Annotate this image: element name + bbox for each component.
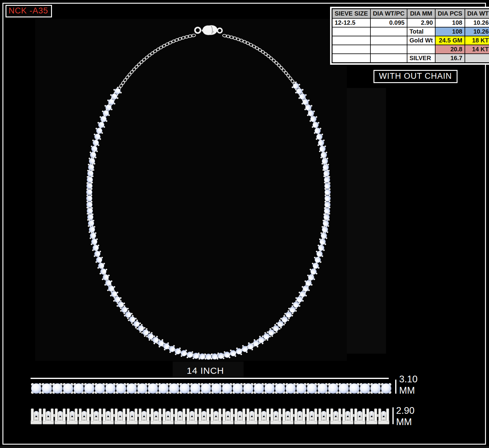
prong-post <box>67 409 70 421</box>
segment-connector <box>341 414 343 417</box>
prong-post <box>207 409 209 421</box>
strip-diamond-stone <box>285 383 296 394</box>
prong-post <box>51 409 53 421</box>
spec-cell <box>407 45 436 54</box>
model-number-label: NCK -A35 <box>9 6 48 15</box>
strip-side-segment <box>151 409 163 424</box>
prong-post <box>55 409 58 421</box>
basket-bottom <box>297 417 302 420</box>
basket-bottom <box>285 417 290 420</box>
diamond-stone <box>211 353 219 360</box>
prong-post <box>331 409 333 421</box>
strip-side-segment <box>175 409 187 424</box>
segment-connector <box>293 414 295 417</box>
segment-connector <box>353 414 355 417</box>
band-height-unit: MM <box>396 416 414 428</box>
strip-side-segment <box>234 409 247 424</box>
prong-post <box>147 409 149 421</box>
strip-side-segment <box>258 409 270 424</box>
strip-side-segment <box>378 409 389 424</box>
prong-post <box>127 409 130 421</box>
spec-row: 12-12.50.0952.9010810.26 <box>332 18 489 27</box>
spec-cell <box>370 36 407 45</box>
length-measure-line <box>31 378 389 379</box>
prong-post <box>278 409 281 421</box>
strip-diamond-stone <box>95 383 105 394</box>
spec-cell: 0.095 <box>370 18 407 27</box>
prong-post <box>175 409 178 421</box>
spec-cell <box>332 36 370 45</box>
strip-side-segment <box>115 409 127 424</box>
basket-bottom <box>154 417 158 420</box>
spec-cell: 24.5 GM <box>435 36 465 45</box>
strip-side-segment <box>138 409 151 424</box>
basket-bottom <box>118 417 122 420</box>
basket-bottom <box>345 417 350 420</box>
strip-side-segment <box>127 409 139 424</box>
prong-post <box>111 409 113 421</box>
length-label: 14 INCH <box>167 366 244 376</box>
segment-connector <box>53 414 55 417</box>
strip-side-segment <box>211 409 223 424</box>
spec-cell <box>465 54 489 63</box>
prong-post <box>283 409 285 421</box>
strip-diamond-stone <box>158 383 169 394</box>
segment-connector <box>125 414 127 417</box>
strip-diamond-stone <box>179 383 190 394</box>
basket-bottom <box>262 417 266 420</box>
segment-connector <box>257 414 259 417</box>
basket-bottom <box>106 417 110 420</box>
basket-bottom <box>130 417 134 420</box>
strip-side-segment <box>222 409 235 424</box>
strip-side-segment <box>318 409 330 424</box>
basket-bottom <box>310 417 314 420</box>
spec-table-body: 12-12.50.0952.9010810.26Total10810.26Gol… <box>332 18 489 63</box>
prong-post <box>115 409 118 421</box>
prong-post <box>139 409 142 421</box>
segment-connector <box>245 414 247 417</box>
spec-cell: 108 <box>435 27 465 36</box>
diamond-stone <box>322 219 329 227</box>
prong-post <box>374 409 377 421</box>
strip-side-segment <box>91 409 103 424</box>
band-height-label: 2.90 MM <box>396 405 414 428</box>
basket-bottom <box>333 417 338 420</box>
strip-side-segment <box>55 409 67 424</box>
spec-row: Total10810.26 <box>332 27 489 36</box>
segment-connector <box>305 414 307 417</box>
prong-post <box>43 409 46 421</box>
spec-cell <box>332 54 370 63</box>
strip-diamond-stone <box>243 383 253 394</box>
prong-post <box>171 409 173 421</box>
spec-cell: 12-12.5 <box>332 18 370 27</box>
segment-connector <box>149 414 151 417</box>
segment-connector <box>77 414 79 417</box>
strip-diamond-stone <box>137 383 147 394</box>
strip-diamond-stone <box>127 383 137 394</box>
band-height-value: 2.90 <box>396 405 414 416</box>
basket-bottom <box>237 417 242 420</box>
prong-post <box>163 409 166 421</box>
basket-bottom <box>274 417 278 420</box>
segment-connector <box>137 414 139 417</box>
chain-note-badge: WITH OUT CHAIN <box>373 70 458 83</box>
prong-post <box>219 409 221 421</box>
prong-post <box>151 409 154 421</box>
strip-diamond-stone <box>42 383 52 394</box>
basket-bottom <box>226 417 230 420</box>
spec-cell: 14 KT <box>465 45 489 54</box>
spec-table: SIEVE SIZEDIA WT/PCDIA MMDIA PCSDIA WT 1… <box>332 8 489 63</box>
strip-diamond-stone <box>63 383 73 394</box>
segment-connector <box>173 414 175 417</box>
strip-diamond-stone <box>169 383 179 394</box>
strip-diamond-stone <box>201 383 211 394</box>
prong-post <box>223 409 226 421</box>
strip-diamond-stone <box>264 383 275 394</box>
strip-side-segment <box>342 409 355 424</box>
strip-diamond-stone <box>349 383 359 394</box>
strip-side-segment <box>270 409 283 424</box>
segment-connector <box>113 414 115 417</box>
segment-connector <box>90 414 91 417</box>
basket-bottom <box>202 417 206 420</box>
prong-post <box>230 409 233 421</box>
